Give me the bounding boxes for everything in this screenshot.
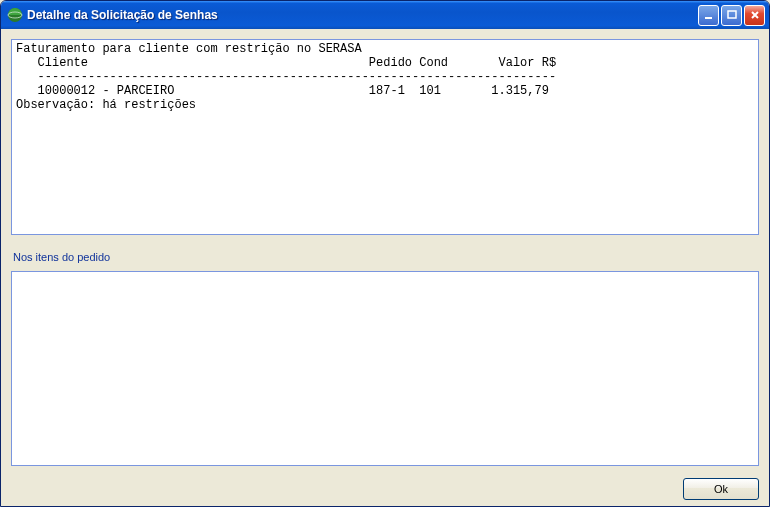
header-line: Faturamento para cliente com restrição n… xyxy=(16,42,362,56)
client-area: Faturamento para cliente com restrição n… xyxy=(1,29,769,506)
observation-line: Observação: há restrições xyxy=(16,98,196,112)
window-controls xyxy=(698,5,765,26)
svg-rect-3 xyxy=(728,11,736,18)
items-panel xyxy=(11,271,759,466)
section-label: Nos itens do pedido xyxy=(11,249,759,265)
titlebar[interactable]: Detalhe da Solicitação de Senhas xyxy=(1,1,769,29)
maximize-button[interactable] xyxy=(721,5,742,26)
detail-text-block: Faturamento para cliente com restrição n… xyxy=(12,40,758,114)
columns-line: Cliente Pedido Cond Valor R$ xyxy=(16,56,556,70)
detail-panel: Faturamento para cliente com restrição n… xyxy=(11,39,759,235)
footer: Ok xyxy=(11,472,759,500)
svg-rect-2 xyxy=(705,17,712,19)
minimize-button[interactable] xyxy=(698,5,719,26)
ok-button[interactable]: Ok xyxy=(683,478,759,500)
divider-line: ----------------------------------------… xyxy=(16,70,556,84)
row-line: 10000012 - PARCEIRO 187-1 101 1.315,79 xyxy=(16,84,549,98)
app-icon xyxy=(7,7,23,23)
window-title: Detalhe da Solicitação de Senhas xyxy=(27,8,698,22)
close-button[interactable] xyxy=(744,5,765,26)
window-frame: Detalhe da Solicitação de Senhas Faturam… xyxy=(0,0,770,507)
